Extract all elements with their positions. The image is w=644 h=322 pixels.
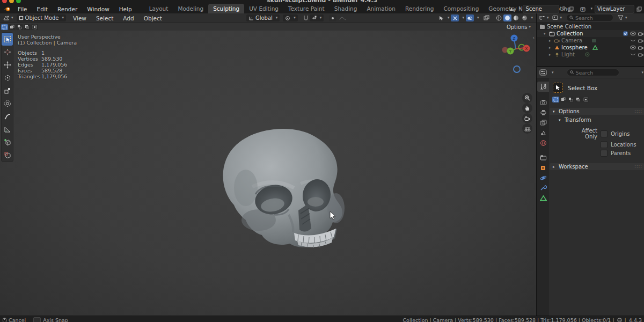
- menu-render[interactable]: Render: [53, 5, 82, 13]
- select-mode-extend-button[interactable]: [9, 24, 16, 30]
- eye-icon[interactable]: [630, 32, 636, 35]
- panel-grip-icon[interactable]: ::::: [634, 164, 642, 169]
- tab-sculpting[interactable]: Sculpting: [208, 4, 244, 14]
- tool-annotate-button[interactable]: [2, 110, 13, 123]
- props-select-mode-set[interactable]: [552, 97, 559, 103]
- outliner-display-mode-icon[interactable]: [539, 15, 545, 20]
- copy-scene-icon[interactable]: [568, 6, 574, 12]
- render-camera-icon[interactable]: [638, 46, 643, 50]
- tab-scene-properties[interactable]: [537, 128, 549, 138]
- outliner-filter-mode-icon[interactable]: [552, 15, 559, 20]
- tab-object-data-properties[interactable]: [537, 193, 549, 203]
- camera-view-button[interactable]: [522, 113, 532, 123]
- tab-animation[interactable]: Animation: [362, 4, 400, 14]
- tab-modeling[interactable]: Modeling: [173, 4, 208, 14]
- locations-checkbox[interactable]: [601, 141, 608, 148]
- object-visibility-icon[interactable]: [438, 16, 444, 21]
- tab-world-properties[interactable]: [537, 138, 549, 148]
- collection-checkbox-icon[interactable]: [623, 31, 628, 36]
- outliner-row-light[interactable]: ▸ Light: [537, 51, 644, 58]
- vp-menu-view[interactable]: View: [68, 14, 91, 23]
- pin-icon[interactable]: [561, 6, 566, 12]
- skull-model[interactable]: [214, 123, 358, 250]
- render-camera-icon[interactable]: [638, 53, 643, 57]
- select-mode-intersect-button[interactable]: [31, 24, 38, 30]
- vp-menu-select[interactable]: Select: [91, 14, 118, 23]
- transform-orientation-selector[interactable]: Global ▾: [246, 14, 280, 21]
- xray-toggle[interactable]: [482, 14, 491, 21]
- active-tool-icon[interactable]: [553, 83, 563, 93]
- tool-select-box-button[interactable]: [2, 33, 13, 46]
- tool-add-cube-button[interactable]: [2, 136, 13, 149]
- outliner-row-collection[interactable]: ▾ Collection: [537, 30, 644, 37]
- tab-compositing[interactable]: Compositing: [439, 4, 484, 14]
- origins-checkbox[interactable]: [601, 130, 608, 137]
- tab-texture-paint[interactable]: Texture Paint: [283, 4, 330, 14]
- select-mode-subtract-button[interactable]: [16, 24, 23, 30]
- menu-window[interactable]: Window: [82, 5, 114, 13]
- tool-move-button[interactable]: [2, 58, 13, 71]
- properties-search-input[interactable]: Search: [567, 69, 619, 76]
- props-select-mode-extend[interactable]: [560, 97, 567, 103]
- outliner-search-input[interactable]: Search: [566, 14, 613, 21]
- vp-menu-add[interactable]: Add: [118, 14, 138, 23]
- pivot-point-selector[interactable]: ▾: [283, 14, 298, 21]
- snap-settings[interactable]: ▾: [310, 14, 324, 21]
- vp-menu-object[interactable]: Object: [139, 14, 167, 23]
- viewlayer-selector[interactable]: ViewLayer: [595, 5, 634, 13]
- shading-wireframe-button[interactable]: [495, 14, 503, 21]
- options-panel-header[interactable]: ▾ Options ::::: [550, 108, 644, 115]
- select-mode-set-button[interactable]: [1, 24, 8, 30]
- navigation-gizmo[interactable]: Y X Z: [501, 33, 531, 75]
- menu-help[interactable]: Help: [114, 5, 137, 13]
- select-mode-invert-button[interactable]: [24, 24, 31, 30]
- tab-output-properties[interactable]: [537, 107, 549, 118]
- props-select-mode-intersect[interactable]: [582, 97, 589, 103]
- tool-scale-button[interactable]: [2, 84, 13, 97]
- shading-rendered-button[interactable]: [521, 14, 529, 21]
- workspace-panel-header[interactable]: ▸ Workspace ::::: [550, 163, 644, 170]
- proportional-edit-toggle[interactable]: [329, 15, 336, 21]
- tab-viewlayer-properties[interactable]: [537, 118, 549, 128]
- tab-physics-properties[interactable]: [537, 173, 549, 183]
- tab-render-properties[interactable]: [537, 97, 549, 107]
- tab-layout[interactable]: Layout: [144, 4, 173, 14]
- props-select-mode-invert[interactable]: [575, 97, 582, 103]
- orthographic-toggle-button[interactable]: [522, 123, 532, 134]
- tool-cursor-button[interactable]: [2, 46, 13, 58]
- tab-modifier-properties[interactable]: [537, 183, 549, 193]
- sidebar-toggle-arrow[interactable]: ‹: [532, 35, 535, 40]
- viewlayer-dropdown-icon[interactable]: ▾: [590, 7, 592, 11]
- scene-dropdown-icon[interactable]: ▾: [519, 7, 521, 11]
- eye-icon[interactable]: [630, 46, 636, 49]
- show-overlays-toggle[interactable]: [466, 14, 474, 21]
- scene-selector[interactable]: Scene: [523, 5, 559, 13]
- panel-grip-icon[interactable]: ::::: [634, 109, 642, 114]
- tab-object-properties[interactable]: [537, 163, 549, 173]
- tab-shading[interactable]: Shading: [330, 4, 362, 14]
- show-gizmo-toggle[interactable]: [451, 14, 459, 21]
- editor-type-icon[interactable]: [3, 15, 10, 21]
- viewport-canvas[interactable]: User Perspective (1) Collection | Camera…: [0, 31, 536, 316]
- shading-material-button[interactable]: [512, 14, 520, 21]
- snap-magnet-icon[interactable]: [303, 15, 309, 21]
- render-camera-icon[interactable]: [638, 32, 643, 36]
- tab-tool-properties[interactable]: [537, 82, 549, 92]
- tab-rendering[interactable]: Rendering: [400, 4, 439, 14]
- tool-add-primitive-button[interactable]: [2, 149, 13, 162]
- render-camera-icon[interactable]: [638, 39, 643, 43]
- tool-rotate-button[interactable]: [2, 71, 13, 84]
- outliner-row-scene-collection[interactable]: Scene Collection: [537, 23, 644, 30]
- tab-collection-properties[interactable]: [537, 152, 549, 163]
- properties-editor-icon[interactable]: [539, 69, 547, 76]
- outliner-row-camera[interactable]: ▸ Camera: [537, 37, 644, 44]
- shading-solid-button[interactable]: [503, 14, 511, 21]
- pan-view-button[interactable]: [522, 103, 532, 113]
- props-select-mode-subtract[interactable]: [567, 97, 574, 103]
- copy-viewlayer-icon[interactable]: [636, 6, 642, 12]
- mode-selector[interactable]: Object Mode ▾: [17, 14, 67, 21]
- tool-options-dropdown[interactable]: Options ▾: [507, 24, 531, 30]
- tool-transform-button[interactable]: [2, 97, 13, 110]
- tab-uv-editing[interactable]: UV Editing: [244, 4, 283, 14]
- zoom-view-button[interactable]: [522, 93, 532, 103]
